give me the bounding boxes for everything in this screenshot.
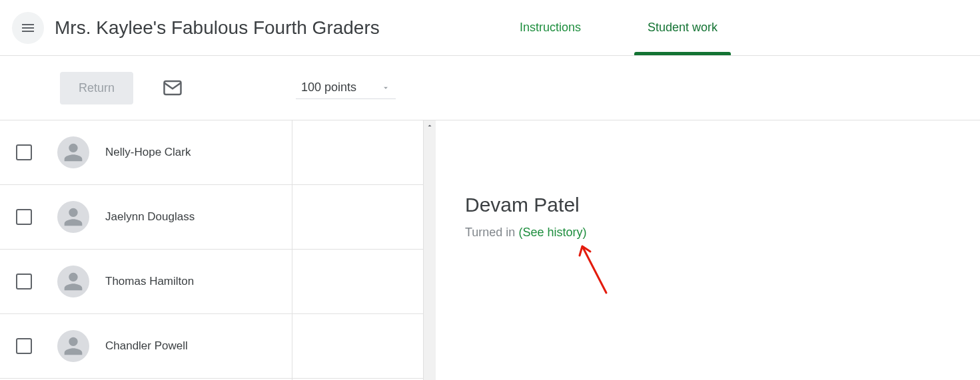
grade-cell[interactable] <box>292 120 423 185</box>
points-value: 100 points <box>301 81 356 95</box>
toolbar: Return 100 points <box>0 56 980 120</box>
person-icon <box>60 333 87 359</box>
student-name: Thomas Hamilton <box>105 275 194 288</box>
tab-instructions[interactable]: Instructions <box>506 0 594 55</box>
main-menu-button[interactable] <box>12 12 44 44</box>
student-name: Nelly-Hope Clark <box>105 146 191 159</box>
student-name: Chandler Powell <box>105 339 188 353</box>
grade-column <box>292 120 424 380</box>
avatar <box>57 266 89 297</box>
scrollbar[interactable] <box>424 120 436 380</box>
grade-cell[interactable] <box>292 314 423 379</box>
email-button[interactable] <box>163 78 183 98</box>
hamburger-icon <box>20 20 36 36</box>
person-icon <box>60 139 87 166</box>
student-checkbox[interactable] <box>16 209 32 225</box>
student-detail-panel: Devam Patel Turned in (See history) <box>436 120 980 380</box>
return-button[interactable]: Return <box>60 72 133 104</box>
tab-bar: Instructions Student work <box>506 0 731 55</box>
scroll-up-icon <box>426 122 434 130</box>
see-history-link[interactable]: (See history) <box>518 226 586 239</box>
dropdown-icon <box>381 83 390 93</box>
student-list: Nelly-Hope Clark Jaelynn Douglass Thomas… <box>0 120 292 380</box>
class-title[interactable]: Mrs. Kaylee's Fabulous Fourth Graders <box>55 17 380 39</box>
detail-student-name: Devam Patel <box>465 194 980 216</box>
grade-cell[interactable] <box>292 250 423 314</box>
avatar <box>57 136 89 168</box>
student-checkbox[interactable] <box>16 274 32 289</box>
person-icon <box>60 204 87 230</box>
points-dropdown[interactable]: 100 points <box>296 77 396 99</box>
email-icon <box>163 78 183 98</box>
avatar <box>57 330 89 362</box>
status-text: Turned in <box>465 226 518 239</box>
grade-cell[interactable] <box>292 185 423 250</box>
avatar <box>57 201 89 233</box>
tab-student-work[interactable]: Student work <box>634 0 731 55</box>
person-icon <box>60 268 87 295</box>
student-checkbox[interactable] <box>16 338 32 354</box>
student-name: Jaelynn Douglass <box>105 210 195 224</box>
student-row[interactable]: Chandler Powell <box>0 314 292 379</box>
student-row[interactable]: Jaelynn Douglass <box>0 185 292 250</box>
student-row[interactable]: Thomas Hamilton <box>0 250 292 314</box>
main-content: Nelly-Hope Clark Jaelynn Douglass Thomas… <box>0 120 980 380</box>
submission-status: Turned in (See history) <box>465 226 980 240</box>
student-checkbox[interactable] <box>16 144 32 160</box>
header-bar: Mrs. Kaylee's Fabulous Fourth Graders In… <box>0 0 980 56</box>
student-row[interactable]: Nelly-Hope Clark <box>0 120 292 185</box>
